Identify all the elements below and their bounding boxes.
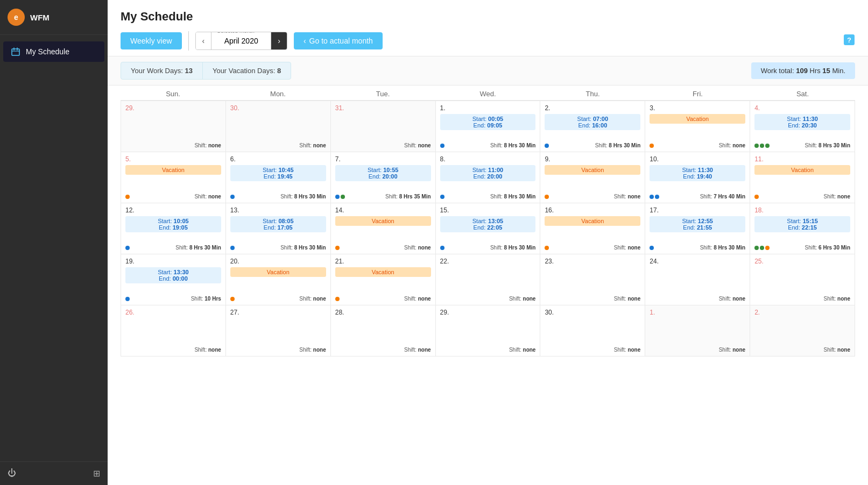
calendar-cell[interactable]: 23.Shift: none: [540, 254, 645, 305]
cell-bottom: Shift: none: [230, 142, 326, 148]
cell-content: Start: 15:15End: 22:15: [754, 215, 850, 242]
blue-dot: [650, 195, 654, 199]
calendar-cell[interactable]: 12.Start: 10:05End: 19:05Shift: 8 Hrs 30…: [121, 203, 226, 254]
calendar-cell[interactable]: 29.Shift: none: [436, 305, 541, 356]
cell-content: Start: 00:05End: 09:05: [440, 113, 536, 140]
shift-label: Shift: none: [719, 347, 745, 353]
shift-label: Shift: 8 Hrs 30 Min: [280, 245, 326, 251]
dots-row: [545, 195, 549, 199]
calendar-cell[interactable]: 19.Start: 13:30End: 00:00Shift: 10 Hrs: [121, 254, 226, 305]
calendar-cell[interactable]: 8.Start: 11:00End: 20:00Shift: 8 Hrs 30 …: [436, 152, 541, 203]
help-icon[interactable]: ?: [843, 34, 855, 48]
dots-row: [335, 246, 340, 250]
calendar-cell[interactable]: 25.Shift: none: [750, 254, 855, 305]
work-total-min: 15: [822, 67, 830, 75]
day-number: 29.: [125, 104, 221, 112]
cell-bottom: Shift: 10 Hrs: [125, 296, 221, 302]
calendar-cell[interactable]: 1.Shift: none: [645, 305, 750, 356]
shift-label: Shift: 8 Hrs 30 Min: [490, 245, 536, 251]
shift-label: Shift: 8 Hrs 30 Min: [805, 142, 851, 148]
calendar-cell[interactable]: 11.VacationShift: none: [750, 152, 855, 203]
calendar-cell[interactable]: 28.Shift: none: [331, 305, 436, 356]
day-number: 15.: [440, 206, 536, 214]
prev-month-button[interactable]: ‹: [196, 32, 211, 49]
shift-time-block: Start: 13:05End: 22:05: [440, 216, 536, 232]
cell-content: Vacation: [335, 266, 431, 294]
next-month-button[interactable]: ›: [271, 32, 287, 49]
calendar-cell[interactable]: 31.Shift: none: [331, 101, 436, 152]
green-dot: [754, 144, 759, 148]
day-number: 11.: [754, 155, 850, 163]
calendar-cell[interactable]: 16.VacationShift: none: [540, 203, 645, 254]
dots-row: [754, 195, 759, 199]
calendar-cell[interactable]: 7.Start: 10:55End: 20:00Shift: 8 Hrs 35 …: [331, 152, 436, 203]
blue-dot: [440, 144, 444, 148]
calendar-cell[interactable]: 2.Shift: none: [750, 305, 855, 356]
sidebar-item-my-schedule[interactable]: My Schedule: [3, 41, 104, 62]
green-dot: [760, 144, 764, 148]
blue-dot: [545, 144, 549, 148]
vacation-block: Vacation: [230, 267, 326, 277]
cell-bottom: Shift: none: [440, 347, 536, 353]
shift-label: Shift: none: [824, 296, 850, 302]
orange-dot: [765, 246, 770, 250]
calendar-cell[interactable]: 30.Shift: none: [540, 305, 645, 356]
dots-row: [545, 144, 549, 148]
calendar-cell[interactable]: 5.VacationShift: none: [121, 152, 226, 203]
cell-bottom: Shift: 8 Hrs 35 Min: [335, 194, 431, 199]
shift-label: Shift: 8 Hrs 30 Min: [700, 245, 746, 251]
dots-row: [335, 195, 345, 199]
calendar-cell[interactable]: 14.VacationShift: none: [331, 203, 436, 254]
col-fri: Fri.: [645, 90, 750, 98]
calendar-cell[interactable]: 3.VacationShift: none: [645, 101, 750, 152]
stats-bar: Your Work Days: 13 Your Vacation Days: 8…: [108, 56, 868, 85]
calendar-cell[interactable]: 4.Start: 11:30End: 20:30Shift: 8 Hrs 30 …: [750, 101, 855, 152]
calendar-cell[interactable]: 10.Start: 11:30End: 19:40Shift: 7 Hrs 40…: [645, 152, 750, 203]
day-number: 22.: [440, 258, 536, 265]
calendar-cell[interactable]: 21.VacationShift: none: [331, 254, 436, 305]
cell-bottom: Shift: 8 Hrs 30 Min: [754, 142, 850, 148]
calendar-cell[interactable]: 15.Start: 13:05End: 22:05Shift: 8 Hrs 30…: [436, 203, 541, 254]
calendar-cell[interactable]: 13.Start: 08:05End: 17:05Shift: 8 Hrs 30…: [226, 203, 331, 254]
cell-content: Start: 10:55End: 20:00: [335, 164, 431, 191]
shift-label: Shift: none: [614, 194, 640, 199]
dots-row: [440, 195, 444, 199]
calendar-cell[interactable]: 30.Shift: none: [226, 101, 331, 152]
calendar-cell[interactable]: 9.VacationShift: none: [540, 152, 645, 203]
calendar-cell[interactable]: 26.Shift: none: [121, 305, 226, 356]
calendar-cell[interactable]: 24.Shift: none: [645, 254, 750, 305]
day-number: 16.: [545, 206, 640, 214]
calendar-cell[interactable]: 18.Start: 15:15End: 22:15Shift: 6 Hrs 30…: [750, 203, 855, 254]
month-label-wrap: Selected month April 2020: [211, 32, 271, 49]
orange-dot: [335, 297, 340, 301]
calendar-cell[interactable]: 17.Start: 12:55End: 21:55Shift: 8 Hrs 30…: [645, 203, 750, 254]
goto-label: Go to actual month: [309, 37, 373, 45]
cell-content: [230, 113, 326, 140]
dots-row: [230, 246, 235, 250]
calendar-cell[interactable]: 1.Start: 00:05End: 09:05Shift: 8 Hrs 30 …: [436, 101, 541, 152]
grid-icon[interactable]: ⊞: [93, 468, 100, 479]
goto-actual-month-button[interactable]: ‹ Go to actual month: [294, 32, 383, 49]
calendar-cell[interactable]: 2.Start: 07:00End: 16:00Shift: 8 Hrs 30 …: [540, 101, 645, 152]
cell-content: Vacation: [754, 164, 850, 191]
cell-content: Start: 11:30End: 19:40: [650, 164, 745, 191]
power-icon[interactable]: ⏻: [8, 468, 16, 479]
day-number: 27.: [230, 309, 326, 316]
calendar-cell[interactable]: 20.VacationShift: none: [226, 254, 331, 305]
col-mon: Mon.: [225, 90, 330, 98]
work-total-hrs: 109: [796, 67, 808, 75]
weekly-view-button[interactable]: Weekly view: [121, 32, 182, 49]
cell-bottom: Shift: none: [650, 347, 745, 353]
calendar-cell[interactable]: 27.Shift: none: [226, 305, 331, 356]
blue-dot: [650, 246, 654, 250]
calendar-cell[interactable]: 29.Shift: none: [121, 101, 226, 152]
dots-row: [545, 246, 549, 250]
cell-content: [650, 317, 745, 345]
shift-label: Shift: 10 Hrs: [191, 296, 221, 302]
calendar-cell[interactable]: 22.Shift: none: [436, 254, 541, 305]
cell-bottom: Shift: 8 Hrs 30 Min: [650, 245, 745, 251]
cell-bottom: Shift: 8 Hrs 30 Min: [440, 194, 536, 199]
cell-bottom: Shift: none: [125, 347, 221, 353]
calendar-cell[interactable]: 6.Start: 10:45End: 19:45Shift: 8 Hrs 30 …: [226, 152, 331, 203]
cell-bottom: Shift: none: [230, 296, 326, 302]
